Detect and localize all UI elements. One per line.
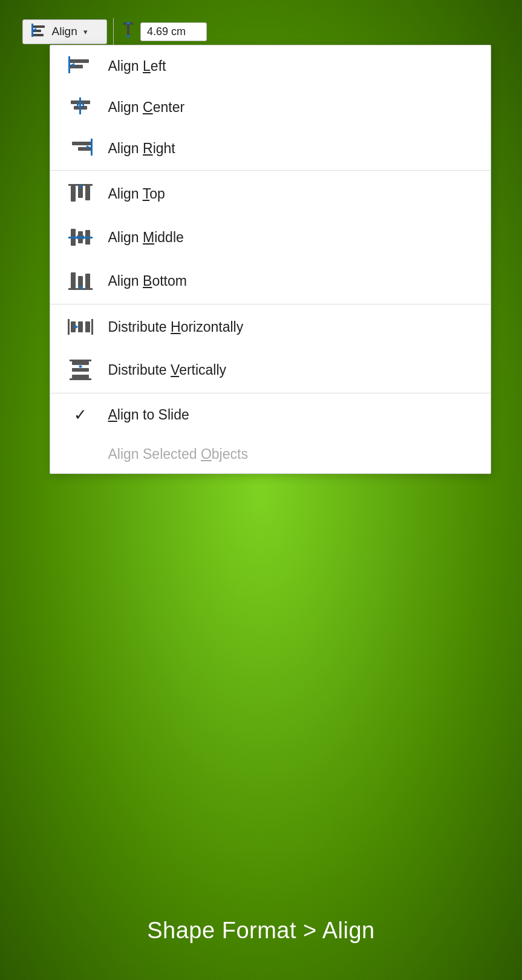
align-top-label: Align Top	[108, 186, 165, 202]
menu-item-align-to-slide[interactable]: ✓ Align to Slide	[50, 395, 491, 435]
align-dropdown-menu: Align Left Align Center Align Right	[50, 45, 491, 474]
bottom-breadcrumb: Shape Format > Align	[0, 918, 522, 944]
svg-rect-39	[78, 321, 83, 332]
menu-item-align-selected-objects: Align Selected Objects	[50, 435, 491, 473]
svg-rect-10	[70, 65, 83, 68]
align-chevron: ▾	[83, 27, 88, 36]
align-to-slide-label: Align to Slide	[108, 407, 189, 423]
svg-marker-8	[126, 35, 131, 38]
svg-rect-24	[85, 186, 90, 200]
menu-item-align-top[interactable]: Align Top	[50, 172, 491, 215]
toolbar: Align ▾	[22, 18, 500, 45]
svg-rect-0	[33, 25, 45, 28]
separator-3	[50, 393, 491, 393]
distribute-h-label: Distribute Horizontally	[108, 319, 244, 335]
align-middle-icon	[67, 226, 94, 248]
svg-rect-2	[33, 34, 44, 36]
svg-rect-41	[68, 319, 70, 335]
height-field	[120, 21, 207, 42]
align-right-icon	[67, 139, 94, 158]
svg-rect-18	[72, 142, 91, 145]
align-top-icon	[67, 183, 94, 205]
svg-rect-20	[91, 139, 93, 156]
menu-item-align-center[interactable]: Align Center	[50, 87, 491, 128]
svg-rect-22	[71, 186, 76, 202]
svg-rect-42	[91, 319, 93, 335]
align-dropdown-button[interactable]: Align ▾	[22, 19, 107, 44]
svg-marker-44	[76, 325, 78, 329]
align-left-icon	[67, 56, 94, 76]
checkmark-icon: ✓	[67, 406, 94, 424]
svg-rect-33	[71, 272, 76, 288]
svg-rect-35	[85, 274, 90, 288]
distribute-v-label: Distribute Vertically	[108, 362, 227, 378]
align-center-icon	[67, 97, 94, 117]
svg-rect-49	[70, 378, 91, 380]
svg-rect-45	[72, 361, 89, 365]
toolbar-divider	[113, 18, 114, 45]
menu-item-distribute-vertically[interactable]: Distribute Vertically	[50, 348, 491, 392]
height-icon	[120, 21, 137, 42]
align-left-toolbar-icon	[31, 24, 47, 40]
menu-item-align-left[interactable]: Align Left	[50, 45, 491, 87]
distribute-v-icon	[67, 359, 94, 381]
menu-item-align-right[interactable]: Align Right	[50, 128, 491, 169]
svg-rect-46	[72, 368, 89, 372]
distribute-h-icon	[67, 317, 94, 337]
svg-rect-30	[68, 237, 93, 238]
align-selected-objects-label: Align Selected Objects	[108, 446, 248, 462]
svg-rect-48	[70, 360, 91, 361]
svg-rect-19	[78, 147, 91, 151]
separator-2	[50, 304, 491, 304]
align-middle-label: Align Middle	[108, 229, 184, 246]
align-bottom-icon	[67, 270, 94, 292]
separator-1	[50, 170, 491, 171]
svg-rect-3	[31, 24, 33, 37]
menu-item-align-middle[interactable]: Align Middle	[50, 215, 491, 259]
align-button-label: Align	[52, 25, 77, 38]
svg-rect-47	[72, 375, 89, 378]
align-center-label: Align Center	[108, 99, 185, 116]
align-left-label: Align Left	[108, 58, 166, 74]
align-bottom-label: Align Bottom	[108, 273, 187, 289]
svg-rect-15	[79, 97, 81, 114]
svg-rect-9	[70, 59, 89, 63]
align-right-label: Align Right	[108, 140, 175, 157]
menu-item-align-bottom[interactable]: Align Bottom	[50, 259, 491, 303]
menu-item-distribute-horizontally[interactable]: Distribute Horizontally	[50, 306, 491, 348]
height-input[interactable]	[140, 22, 207, 41]
svg-rect-11	[68, 56, 70, 73]
svg-rect-40	[85, 321, 90, 332]
